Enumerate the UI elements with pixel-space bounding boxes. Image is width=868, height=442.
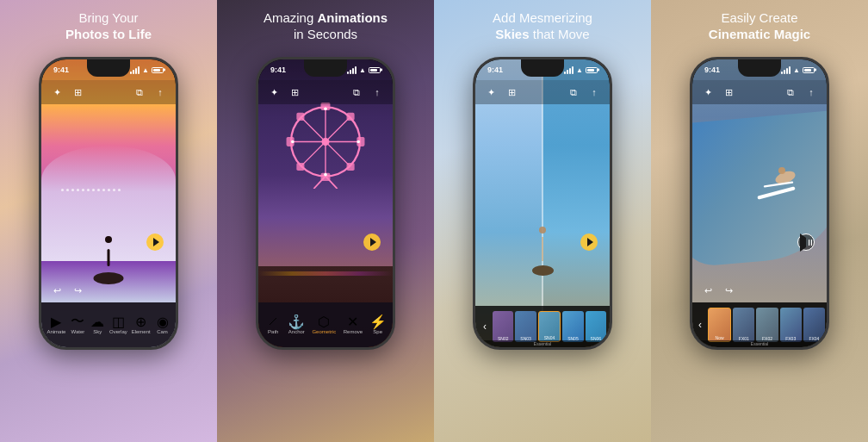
fx-prev-btn[interactable]: ‹ xyxy=(694,319,706,331)
tool-path[interactable]: ⟋ Path xyxy=(265,315,281,334)
panel-1-title-line1: Bring Your xyxy=(78,10,138,27)
status-icons-4: ▲ xyxy=(781,66,815,74)
phone-1: 9:41 ▲ ✦ ⊞ xyxy=(39,57,178,350)
redo-button-4[interactable]: ↪ xyxy=(722,283,735,297)
tool-camera[interactable]: ◉ Cam xyxy=(155,315,170,334)
undo-button-1[interactable]: ↩ xyxy=(50,283,64,297)
signal-bars-4 xyxy=(781,66,790,74)
status-time-3: 9:41 xyxy=(487,65,503,74)
essential-label-4: Essential xyxy=(692,340,827,347)
redo-button-1[interactable]: ↪ xyxy=(71,283,84,297)
thumb-sn04[interactable]: SN04 xyxy=(538,311,561,342)
panel-2-title-bold: Animations xyxy=(317,10,388,25)
playback-row-4: ↩ ↪ xyxy=(692,278,827,302)
svg-point-21 xyxy=(778,167,785,174)
fx-strip-4: ‹ Now FX01 FX02 FX03 FX04 Essential xyxy=(692,302,827,347)
tool-anchor[interactable]: ⚓ Anchor xyxy=(288,315,305,334)
toolbar-photo-icon[interactable]: ⊞ xyxy=(71,86,84,98)
toolbar-wand-icon-2[interactable]: ✦ xyxy=(267,86,281,98)
thumb-sn02[interactable]: SN02 xyxy=(493,311,513,342)
panel-1-title: Bring Your Photos to Life xyxy=(65,10,152,48)
toolbar-copy-icon-3[interactable]: ⧉ xyxy=(567,86,580,98)
playback-row-1: ↩ ↪ xyxy=(41,278,176,302)
toolbar-share-icon-3[interactable]: ↑ xyxy=(587,86,601,98)
tool-remove[interactable]: ✕ Remove xyxy=(344,315,363,334)
tool-path-label: Path xyxy=(268,329,278,334)
tool-geometric[interactable]: ⬡ Geometric xyxy=(312,315,336,334)
tool-speed[interactable]: ⚡ Spe xyxy=(370,315,386,334)
toolbar-share-icon-2[interactable]: ↑ xyxy=(370,86,384,98)
fx-item-fx02[interactable]: FX02 xyxy=(756,308,778,342)
svg-point-16 xyxy=(324,108,327,111)
panel-animations: Amazing Animations in Seconds xyxy=(217,0,434,442)
tool-animate-label: Animate xyxy=(46,329,65,334)
play-button-1[interactable] xyxy=(146,233,164,251)
panel-2-title: Amazing Animations in Seconds xyxy=(264,10,388,48)
toolbar-photo-icon-2[interactable]: ⊞ xyxy=(288,86,301,98)
panel-1-title-line2: Photos to Life xyxy=(65,27,152,43)
signal-bars-1 xyxy=(130,66,140,74)
toolbar-wand-icon-3[interactable]: ✦ xyxy=(484,86,498,98)
panel-3-title-line1: Add Mesmerizing xyxy=(493,10,592,27)
phone3-rock xyxy=(532,265,554,276)
play-button-2[interactable] xyxy=(363,233,381,251)
phone-3: 9:41 ▲ ✦ ⊞ xyxy=(473,57,612,350)
tool-animate[interactable]: ▶ Animate xyxy=(46,315,65,334)
tool-sky[interactable]: ☁ Sky xyxy=(90,315,105,334)
toolbar-copy-icon-2[interactable]: ⧉ xyxy=(350,86,363,98)
sky-icon: ☁ xyxy=(90,315,105,327)
panel-cinematic-magic: Easily Create Cinematic Magic 9:41 xyxy=(651,0,868,442)
thumbnails-strip-3: ‹ SN02 SN03 SN04 SN05 SN06 Essential xyxy=(475,306,610,347)
panel-3-title-line2: Skies that Move xyxy=(495,27,589,43)
battery-icon-1 xyxy=(152,67,164,73)
thumb-sn05[interactable]: SN05 xyxy=(562,311,583,342)
animate-icon: ▶ xyxy=(48,315,64,327)
status-time-1: 9:41 xyxy=(53,65,69,74)
status-icons-3: ▲ xyxy=(564,66,598,74)
thumb-prev-btn[interactable]: ‹ xyxy=(479,321,491,333)
battery-icon-4 xyxy=(803,67,815,73)
tool-geometric-label: Geometric xyxy=(312,329,336,334)
play-button-3[interactable] xyxy=(580,233,598,251)
tool-water-label: Water xyxy=(71,329,84,334)
fx-item-fx04[interactable]: FX04 xyxy=(803,308,825,342)
wifi-icon-2: ▲ xyxy=(359,66,366,74)
tool-overlay[interactable]: ◫ Overlay xyxy=(109,315,127,334)
fx-item-fx03[interactable]: FX03 xyxy=(780,308,802,342)
anchor-icon: ⚓ xyxy=(288,315,304,327)
thumb-sn06[interactable]: SN06 xyxy=(586,311,606,342)
panel-4-title-line1: Easily Create xyxy=(721,10,797,27)
tool-speed-label: Spe xyxy=(373,329,382,334)
undo-button-4[interactable]: ↩ xyxy=(701,283,715,297)
panel-skies: Add Mesmerizing Skies that Move 9:41 xyxy=(434,0,651,442)
toolbar-copy-icon-4[interactable]: ⧉ xyxy=(784,86,797,98)
toolbar-share-icon[interactable]: ↑ xyxy=(153,86,167,98)
tool-element[interactable]: ⊕ Element xyxy=(132,315,151,334)
wifi-icon-4: ▲ xyxy=(793,66,800,74)
toolbar-photo-icon-3[interactable]: ⊞ xyxy=(505,86,518,98)
battery-icon-3 xyxy=(586,67,598,73)
svg-point-13 xyxy=(321,138,329,146)
thumb-sn03[interactable]: SN03 xyxy=(515,311,536,342)
app-toolbar-1: ✦ ⊞ ⧉ ↑ xyxy=(41,80,176,104)
pause-button-4[interactable] xyxy=(797,233,815,251)
toolbar-photo-icon-4[interactable]: ⊞ xyxy=(722,86,735,98)
fx-item-fx01[interactable]: FX01 xyxy=(733,308,754,342)
panel-2-title-line1: Amazing Animations xyxy=(264,10,388,27)
svg-line-15 xyxy=(326,177,338,190)
toolbar-wand-icon-4[interactable]: ✦ xyxy=(701,86,715,98)
toolbar-wand-icon[interactable]: ✦ xyxy=(50,86,64,98)
toolbar-copy-icon[interactable]: ⧉ xyxy=(133,86,146,98)
toolbar-share-icon-4[interactable]: ↑ xyxy=(804,86,818,98)
tool-camera-label: Cam xyxy=(157,329,168,334)
phone3-figure xyxy=(537,227,548,261)
fx-item-now[interactable]: Now xyxy=(708,308,731,342)
playback-row-3 xyxy=(475,278,610,302)
essential-label-3: Essential xyxy=(475,340,610,347)
battery-icon-2 xyxy=(369,67,381,73)
tool-sky-label: Sky xyxy=(93,329,102,334)
phone4-surfer xyxy=(757,160,800,195)
tool-water[interactable]: 〜 Water xyxy=(70,315,85,334)
path-icon: ⟋ xyxy=(265,315,281,327)
ferris-wheel xyxy=(282,103,369,189)
